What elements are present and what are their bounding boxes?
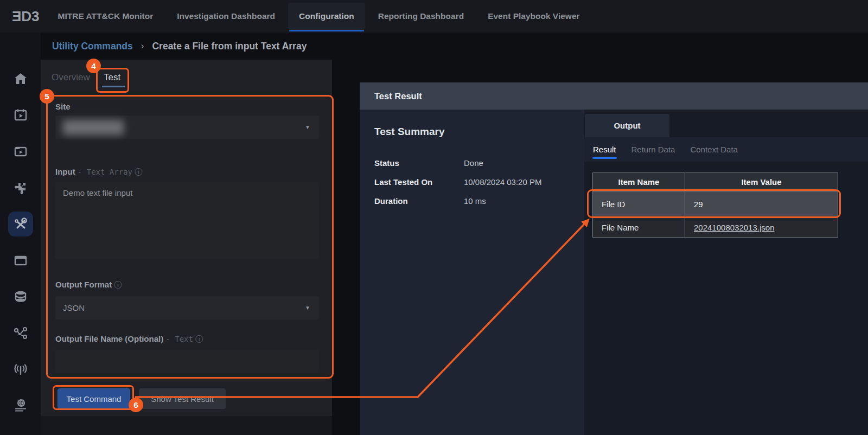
share-nodes-icon [14,326,28,340]
summary-label: Duration [374,196,464,206]
output-format-value: JSON [63,303,85,312]
output-file-name-label-text: Output File Name (Optional) [55,334,163,343]
output-subtabs: Result Return Data Context Data [584,137,868,162]
command-test-panel: Overview Test Site ▼ Input - Text Array … [41,60,332,435]
annotation-badge-5: 5 [40,89,54,104]
nav-item-configuration[interactable]: Configuration [288,3,365,30]
summary-label: Status [374,158,464,168]
test-result-body: Test Summary Status Done Last Tested On … [360,110,868,435]
chevron-down-icon: ▼ [305,124,310,130]
summary-label: Last Tested On [374,177,464,187]
output-format-label-text: Output Format [55,280,112,289]
web-globe-icon [14,399,28,413]
site-label: Site [55,102,71,111]
summary-value: Done [464,158,483,168]
app-screen: ƎD3 MITRE ATT&CK Monitor Investigation D… [0,0,868,435]
sidebar-item-broadcast[interactable] [8,357,33,382]
sidebar-icon-rail [0,33,41,435]
nav-item-investigation-dashboard[interactable]: Investigation Dashboard [177,11,275,21]
output-file-name-type-hint: Text [175,335,193,343]
site-value-redacted [63,120,124,135]
test-summary-rows: Status Done Last Tested On 10/08/2024 03… [374,158,541,215]
d3-logo: ƎD3 [12,8,40,25]
test-command-button[interactable]: Test Command [58,388,130,409]
sidebar-item-home[interactable] [8,66,33,91]
info-icon[interactable]: ⓘ [135,168,142,176]
table-row-file-name: File Name 20241008032013.json [593,217,838,237]
summary-row-status: Status Done [374,158,541,168]
folder-play-icon [14,144,28,158]
sidebar-item-integrations[interactable] [8,175,33,200]
summary-value: 10/08/2024 03:20 PM [464,177,541,187]
summary-value: 10 ms [464,196,486,206]
site-select[interactable]: ▼ [55,116,319,139]
nav-item-mitre-attack-monitor[interactable]: MITRE ATT&CK Monitor [58,11,154,21]
puzzle-icon [13,181,28,195]
input-type-hint: Text Array [87,168,132,176]
chevron-down-icon: ▼ [305,305,310,311]
subtab-context-data[interactable]: Context Data [690,145,738,154]
annotation-badge-6: 6 [129,398,143,412]
annotation-badge-4: 4 [86,59,101,73]
database-icon [14,290,28,304]
file-download-link[interactable]: 20241008032013.json [685,223,774,232]
test-summary-title: Test Summary [374,126,445,138]
output-format-label: Output Format ⓘ [55,280,122,290]
tools-icon [13,216,28,232]
table-header-item-value: Item Value [685,173,838,191]
input-label: Input - Text Array ⓘ [55,167,142,177]
cell-file-id-name: File ID [593,200,625,209]
input-separator: - [78,168,87,176]
cell-file-id-value: 29 [685,200,703,209]
calendar-play-icon [14,108,28,122]
sidebar-item-board[interactable] [8,248,33,273]
output-file-name-separator: - [165,335,175,343]
table-row-file-id: File ID 29 [593,191,838,217]
broadcast-icon [14,362,28,376]
show-test-result-button[interactable]: Show Test Result [139,388,226,409]
breadcrumb: Utility Commands › Create a File from in… [41,33,307,60]
panel-footer [41,415,332,435]
sidebar-item-utility-commands[interactable] [8,212,33,236]
tab-test[interactable]: Test [104,72,120,83]
result-table: Item Name Item Value File ID 29 File Nam… [592,172,838,238]
table-header-item-name: Item Name [593,173,685,191]
info-icon[interactable]: ⓘ [195,335,203,343]
output-format-select[interactable]: JSON ▼ [55,296,319,319]
summary-row-duration: Duration 10 ms [374,196,541,206]
home-icon [14,72,28,86]
input-textarea[interactable]: Demo text file input [55,182,319,259]
output-file-name-input[interactable] [55,350,319,373]
test-result-header: Test Result [360,82,868,110]
breadcrumb-chevron-icon: › [141,41,144,52]
table-header-row: Item Name Item Value [593,173,838,191]
page-title: Create a File from input Text Array [152,41,307,52]
cell-file-name-name: File Name [593,223,639,232]
output-file-name-label: Output File Name (Optional) - Text ⓘ [55,334,203,344]
sidebar-item-schedule[interactable] [8,103,33,127]
sidebar-item-link-analysis[interactable] [8,321,33,346]
tab-test-active-underline [102,86,125,87]
sidebar-item-web[interactable] [8,393,33,418]
info-icon[interactable]: ⓘ [114,280,122,289]
subtab-result[interactable]: Result [593,145,616,154]
tab-output[interactable]: Output [585,114,669,137]
top-navigation: ƎD3 MITRE ATT&CK Monitor Investigation D… [0,0,868,33]
input-label-text: Input [55,167,75,176]
subtab-return-data[interactable]: Return Data [631,145,675,154]
summary-row-last-tested-on: Last Tested On 10/08/2024 03:20 PM [374,177,541,187]
nav-item-event-playbook-viewer[interactable]: Event Playbook Viewer [488,11,579,21]
board-icon [14,253,28,267]
sidebar-item-database[interactable] [8,284,33,309]
nav-item-reporting-dashboard[interactable]: Reporting Dashboard [378,11,464,21]
sidebar-item-playbooks[interactable] [8,139,33,164]
breadcrumb-link-utility-commands[interactable]: Utility Commands [52,41,133,52]
test-result-window: Test Result Test Summary Status Done Las… [360,82,868,435]
tab-overview[interactable]: Overview [52,72,90,83]
test-result-title: Test Result [374,91,422,101]
sidebar-item-reports[interactable] [8,430,33,435]
